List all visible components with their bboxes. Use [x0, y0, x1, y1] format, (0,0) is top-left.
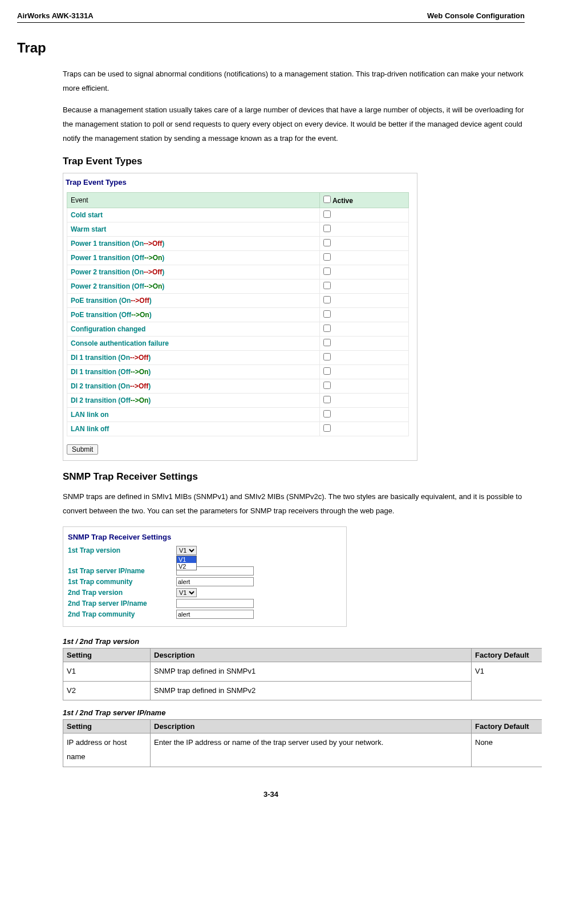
trap-active-checkbox[interactable] — [323, 367, 331, 375]
th-default: Factory Default — [472, 720, 542, 733]
select-2nd-version[interactable]: V1 — [176, 588, 197, 597]
trap-active-cell — [319, 237, 408, 251]
trap-active-checkbox[interactable] — [323, 268, 331, 275]
trap-active-checkbox[interactable] — [323, 339, 331, 346]
cell: SNMP trap defined in SNMPv1 — [151, 662, 472, 681]
trap-event-cell: Power 1 transition (Off-->On) — [67, 251, 320, 265]
cell: None — [472, 733, 542, 767]
trap-active-checkbox[interactable] — [323, 253, 331, 261]
trap-active-checkbox[interactable] — [323, 382, 331, 389]
th-default: Factory Default — [472, 648, 542, 662]
input-2nd-community[interactable] — [176, 610, 254, 619]
trap-events-table: Event Active Cold startWarm startPower 1… — [67, 192, 409, 436]
submit-button[interactable]: Submit — [67, 444, 98, 455]
trap-active-cell — [319, 394, 408, 408]
label-1st-version: 1st Trap version — [68, 546, 176, 554]
page-title: Trap — [17, 40, 525, 56]
trap-version-table: Setting Description Factory Default V1 S… — [63, 648, 542, 700]
label-2nd-server: 2nd Trap server IP/name — [68, 599, 176, 607]
active-all-checkbox[interactable] — [323, 196, 331, 203]
trap-active-checkbox[interactable] — [323, 325, 331, 332]
trap-active-cell — [319, 337, 408, 351]
cell: V1 — [472, 662, 542, 700]
trap-event-cell: PoE transition (Off-->On) — [67, 308, 320, 322]
trap-event-cell: Warm start — [67, 222, 320, 237]
trap-active-cell — [319, 208, 408, 222]
trap-event-cell: DI 2 transition (Off-->On) — [67, 394, 320, 408]
snmp-para: SNMP traps are defined in SMIv1 MIBs (SN… — [63, 490, 525, 518]
trap-event-cell: Power 2 transition (Off-->On) — [67, 279, 320, 294]
table1-caption: 1st / 2nd Trap version — [63, 637, 525, 646]
trap-active-cell — [319, 322, 408, 337]
trap-active-cell — [319, 365, 408, 379]
trap-server-table: Setting Description Factory Default IP a… — [63, 719, 542, 767]
trap-active-cell — [319, 379, 408, 394]
col-event: Event — [67, 193, 320, 208]
trap-event-cell: Power 1 transition (On-->Off) — [67, 237, 320, 251]
dropdown-options[interactable]: V1 V2 — [176, 556, 197, 570]
th-desc: Description — [151, 720, 472, 733]
trap-event-types-heading: Trap Event Types — [63, 156, 525, 167]
cell: V2 — [63, 681, 151, 700]
intro-para-2: Because a management station usually tak… — [63, 103, 525, 145]
trap-active-cell — [319, 222, 408, 237]
trap-active-checkbox[interactable] — [323, 396, 331, 403]
trap-active-checkbox[interactable] — [323, 310, 331, 318]
intro-para-1: Traps can be used to signal abnormal con… — [63, 67, 525, 95]
label-2nd-version: 2nd Trap version — [68, 589, 176, 597]
trap-event-cell: LAN link on — [67, 408, 320, 422]
trap-event-types-screenshot: Trap Event Types Event Active Cold start… — [63, 173, 417, 461]
label-2nd-community: 2nd Trap community — [68, 610, 176, 618]
trap-active-checkbox[interactable] — [323, 424, 331, 432]
trap-event-cell: DI 2 transition (On-->Off) — [67, 379, 320, 394]
th-desc: Description — [151, 648, 472, 662]
input-1st-community[interactable] — [176, 577, 254, 586]
option-v2[interactable]: V2 — [177, 563, 196, 570]
table2-caption: 1st / 2nd Trap server IP/name — [63, 708, 525, 717]
header-left: AirWorks AWK-3131A — [17, 11, 94, 20]
trap-active-cell — [319, 265, 408, 279]
option-v1[interactable]: V1 — [177, 556, 196, 563]
page-number: 3-34 — [17, 790, 525, 799]
trap-active-cell — [319, 408, 408, 422]
page-header: AirWorks AWK-3131A Web Console Configura… — [17, 11, 525, 23]
trap-event-cell: Power 2 transition (On-->Off) — [67, 265, 320, 279]
trap-event-cell: DI 1 transition (Off-->On) — [67, 365, 320, 379]
trap-active-checkbox[interactable] — [323, 225, 331, 232]
screenshot-title: Trap Event Types — [63, 173, 417, 192]
cell: IP address or host name — [63, 733, 151, 767]
trap-active-checkbox[interactable] — [323, 296, 331, 303]
trap-active-cell — [319, 422, 408, 436]
cell: Enter the IP address or name of the trap… — [151, 733, 472, 767]
trap-event-cell: Configuration changed — [67, 322, 320, 337]
trap-event-cell: Cold start — [67, 208, 320, 222]
cell: V1 — [63, 662, 151, 681]
snmp-settings-screenshot: SNMP Trap Receiver Settings 1st Trap ver… — [63, 526, 347, 627]
snmp-settings-heading: SNMP Trap Receiver Settings — [63, 471, 525, 483]
trap-active-checkbox[interactable] — [323, 282, 331, 289]
trap-event-cell: LAN link off — [67, 422, 320, 436]
trap-event-cell: Console authentication failure — [67, 337, 320, 351]
trap-active-cell — [319, 279, 408, 294]
label-1st-community: 1st Trap community — [68, 578, 176, 586]
label-1st-server: 1st Trap server IP/name — [68, 567, 176, 575]
trap-active-checkbox[interactable] — [323, 239, 331, 246]
cell: SNMP trap defined in SNMPv2 — [151, 681, 472, 700]
screenshot-title: SNMP Trap Receiver Settings — [68, 533, 342, 546]
trap-active-cell — [319, 251, 408, 265]
trap-active-cell — [319, 351, 408, 365]
trap-active-cell — [319, 294, 408, 308]
th-setting: Setting — [63, 648, 151, 662]
select-1st-version[interactable]: V1 — [176, 546, 197, 555]
th-setting: Setting — [63, 720, 151, 733]
input-2nd-server[interactable] — [176, 599, 254, 608]
header-right: Web Console Configuration — [427, 11, 525, 20]
trap-event-cell: PoE transition (On-->Off) — [67, 294, 320, 308]
trap-active-cell — [319, 308, 408, 322]
col-active: Active — [319, 193, 408, 208]
trap-event-cell: DI 1 transition (On-->Off) — [67, 351, 320, 365]
trap-active-checkbox[interactable] — [323, 210, 331, 218]
trap-active-checkbox[interactable] — [323, 353, 331, 360]
trap-active-checkbox[interactable] — [323, 410, 331, 418]
